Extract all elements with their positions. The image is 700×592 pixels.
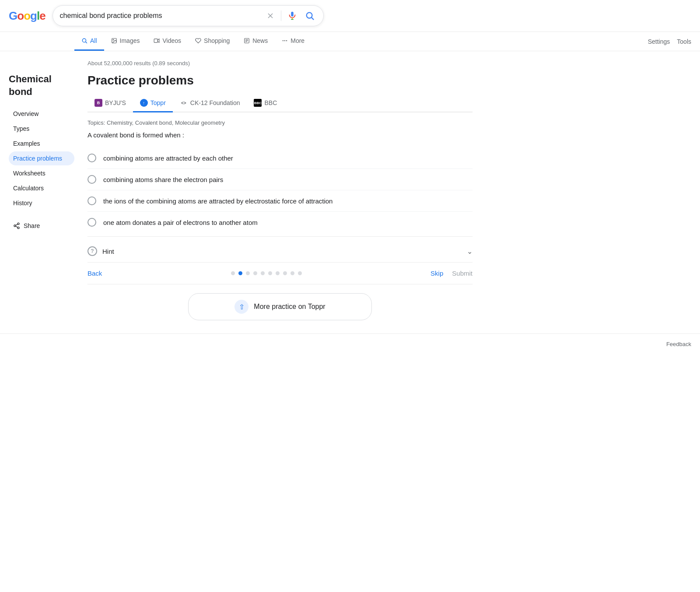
- toppr-icon: ↑: [140, 99, 148, 107]
- search-bar: [52, 5, 324, 26]
- question-text: A covalent bond is formed when :: [88, 131, 472, 139]
- byjus-icon: B: [94, 99, 102, 107]
- radio-2[interactable]: [88, 175, 96, 184]
- source-tab-bbc[interactable]: BBC BBC: [247, 95, 284, 112]
- sidebar-item-types[interactable]: Types: [9, 122, 74, 136]
- more-practice-button[interactable]: ⇧ More practice on Toppr: [188, 293, 372, 320]
- tab-more[interactable]: More: [275, 32, 312, 51]
- ck12-label: CK-12 Foundation: [190, 99, 240, 106]
- sidebar-item-examples[interactable]: Examples: [9, 137, 74, 151]
- logo-e: e: [39, 9, 45, 22]
- option-4[interactable]: one atom donates a pair of electrons to …: [88, 212, 472, 233]
- radio-4[interactable]: [88, 218, 96, 227]
- sidebar-item-practice-problems[interactable]: Practice problems: [9, 151, 74, 165]
- source-tab-byjus[interactable]: B BYJU'S: [88, 95, 133, 112]
- search-divider: [281, 11, 281, 21]
- option-1[interactable]: combining atoms are attracted by each ot…: [88, 147, 472, 169]
- source-tab-ck12[interactable]: <> CK-12 Foundation: [173, 95, 247, 112]
- svg-point-22: [18, 227, 19, 229]
- options-list: combining atoms are attracted by each ot…: [88, 147, 472, 233]
- feedback-bar: Feedback: [0, 333, 700, 354]
- sidebar-link-examples[interactable]: Examples: [9, 137, 74, 151]
- svg-line-6: [312, 18, 314, 20]
- feedback-link[interactable]: Feedback: [666, 341, 691, 347]
- sidebar-item-calculators[interactable]: Calculators: [9, 181, 74, 195]
- settings-link[interactable]: Settings: [648, 38, 670, 45]
- bbc-label: BBC: [264, 99, 277, 106]
- source-tab-toppr[interactable]: ↑ Toppr: [133, 95, 173, 112]
- hint-icon: ?: [88, 246, 97, 256]
- clear-button[interactable]: [264, 10, 276, 22]
- source-tabs: B BYJU'S ↑ Toppr <> CK-12 Foundation BBC…: [88, 95, 472, 112]
- header: Google: [0, 0, 700, 32]
- search-icon: [81, 38, 88, 44]
- hint-divider: [88, 236, 472, 237]
- tab-shopping-label: Shopping: [204, 37, 230, 44]
- sidebar-link-practice-problems[interactable]: Practice problems: [9, 151, 74, 165]
- content-area: About 52,000,000 results (0.89 seconds) …: [79, 60, 472, 325]
- hint-row[interactable]: ? Hint ⌄: [88, 240, 472, 263]
- chevron-down-icon: ⌄: [467, 247, 472, 256]
- radio-3[interactable]: [88, 196, 96, 205]
- microphone-icon: [287, 11, 297, 21]
- submit-button[interactable]: Submit: [452, 270, 472, 277]
- more-practice-wrapper: ⇧ More practice on Toppr: [88, 284, 472, 325]
- google-logo: Google: [9, 9, 46, 23]
- sidebar-title: Chemical bond: [9, 73, 74, 98]
- sidebar-link-history[interactable]: History: [9, 196, 74, 210]
- sidebar-item-history[interactable]: History: [9, 196, 74, 210]
- sidebar-link-types[interactable]: Types: [9, 122, 74, 136]
- byjus-label: BYJU'S: [105, 99, 126, 106]
- tab-more-label: More: [290, 37, 304, 44]
- bbc-icon: BBC: [254, 99, 262, 107]
- svg-rect-2: [291, 12, 294, 17]
- back-button[interactable]: Back: [88, 270, 102, 277]
- dot-6: [276, 271, 280, 275]
- svg-point-20: [18, 223, 19, 225]
- sidebar-nav: Overview Types Examples Practice problem…: [9, 107, 74, 210]
- sidebar-item-overview[interactable]: Overview: [9, 107, 74, 121]
- tools-link[interactable]: Tools: [677, 38, 691, 45]
- svg-line-8: [86, 42, 87, 43]
- sidebar-link-calculators[interactable]: Calculators: [9, 181, 74, 195]
- search-button[interactable]: [303, 9, 316, 22]
- svg-point-21: [14, 225, 16, 227]
- tab-news[interactable]: News: [237, 32, 275, 51]
- tab-videos[interactable]: Videos: [147, 32, 188, 51]
- more-practice-label: More practice on Toppr: [254, 303, 325, 311]
- news-icon: [244, 38, 250, 44]
- close-icon: [266, 11, 275, 20]
- search-icons: [264, 9, 316, 22]
- dot-4: [261, 271, 265, 275]
- logo-g2: g: [30, 9, 37, 22]
- option-4-text: one atom donates a pair of electrons to …: [103, 219, 258, 226]
- video-icon: [154, 38, 160, 44]
- tab-images[interactable]: Images: [104, 32, 147, 51]
- sidebar-link-overview[interactable]: Overview: [9, 107, 74, 121]
- dot-1[interactable]: [238, 271, 242, 275]
- sidebar-link-worksheets[interactable]: Worksheets: [9, 166, 74, 180]
- skip-button[interactable]: Skip: [430, 270, 443, 277]
- share-label: Share: [24, 222, 40, 229]
- sidebar-item-worksheets[interactable]: Worksheets: [9, 166, 74, 180]
- search-input[interactable]: [60, 12, 261, 20]
- option-3[interactable]: the ions of the combining atoms are attr…: [88, 190, 472, 212]
- tab-images-label: Images: [120, 37, 140, 44]
- practice-title: Practice problems: [88, 74, 472, 88]
- ck12-icon: <>: [180, 99, 188, 107]
- svg-point-10: [113, 39, 114, 40]
- option-1-text: combining atoms are attracted by each ot…: [103, 154, 233, 162]
- search-icon: [305, 11, 315, 21]
- tab-shopping[interactable]: Shopping: [188, 32, 237, 51]
- dot-0: [231, 271, 235, 275]
- radio-1[interactable]: [88, 154, 96, 162]
- svg-point-7: [82, 39, 86, 42]
- voice-search-button[interactable]: [286, 9, 299, 22]
- logo-o2: o: [24, 9, 30, 22]
- share-icon: [13, 222, 20, 229]
- share-button[interactable]: Share: [9, 219, 74, 233]
- image-icon: [111, 38, 117, 44]
- tab-all[interactable]: All: [74, 32, 104, 51]
- option-2[interactable]: combining atoms share the electron pairs: [88, 169, 472, 190]
- nav-footer: Back Skip Submit: [88, 263, 472, 284]
